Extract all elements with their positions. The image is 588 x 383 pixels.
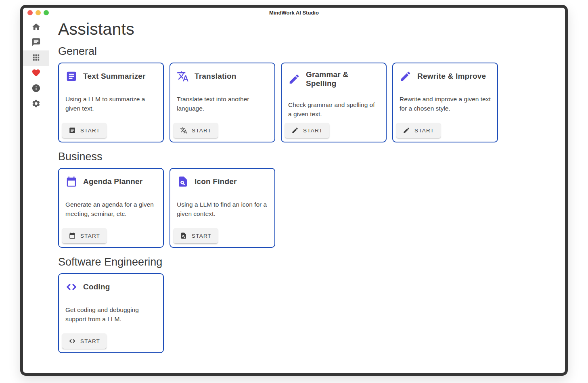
card-description: Translate text into another language. bbox=[170, 94, 274, 113]
card-actions: START bbox=[170, 119, 274, 142]
card-header: Translation bbox=[170, 63, 274, 82]
pencil-icon bbox=[288, 73, 300, 85]
card-header: Icon Finder bbox=[170, 169, 274, 188]
sidebar-item-about[interactable] bbox=[23, 81, 49, 96]
start-button[interactable]: START bbox=[62, 123, 107, 138]
start-button-label: START bbox=[80, 233, 100, 239]
card-title: Icon Finder bbox=[195, 177, 237, 186]
card-description: Check grammar and spelling of a given te… bbox=[282, 100, 386, 119]
card-actions: START bbox=[59, 330, 163, 352]
start-button[interactable]: START bbox=[174, 228, 218, 243]
home-icon bbox=[31, 22, 41, 33]
start-button[interactable]: START bbox=[62, 333, 107, 349]
gear-icon bbox=[31, 99, 41, 110]
sidebar-item-assistants[interactable] bbox=[23, 50, 49, 66]
assistant-section: Software Engineering Coding Get coding a… bbox=[58, 256, 555, 353]
card-description: Generate an agenda for a given meeting, … bbox=[59, 200, 163, 218]
card-row: Agenda Planner Generate an agenda for a … bbox=[58, 168, 555, 248]
chat-icon bbox=[31, 38, 41, 48]
card-row: Text Summarizer Using a LLM to summarize… bbox=[58, 63, 555, 142]
start-button-label: START bbox=[80, 338, 100, 344]
section-heading: Software Engineering bbox=[58, 256, 555, 268]
sidebar bbox=[23, 18, 49, 373]
assistant-card: Agenda Planner Generate an agenda for a … bbox=[58, 168, 164, 248]
titlebar: MindWork AI Studio bbox=[23, 8, 565, 18]
assistant-card: Rewrite & Improve Rewrite and improve a … bbox=[392, 63, 498, 142]
card-row: Coding Get coding and debugging support … bbox=[58, 273, 555, 353]
start-button-label: START bbox=[192, 233, 211, 239]
card-title: Agenda Planner bbox=[83, 177, 142, 186]
assistant-card: Text Summarizer Using a LLM to summarize… bbox=[58, 63, 164, 142]
sidebar-item-settings[interactable] bbox=[23, 96, 49, 112]
start-button[interactable]: START bbox=[396, 123, 441, 138]
sidebar-item-chats[interactable] bbox=[23, 35, 49, 50]
start-button[interactable]: START bbox=[62, 228, 107, 243]
card-title: Rewrite & Improve bbox=[417, 72, 486, 81]
card-description: Rewrite and improve a given text for a c… bbox=[393, 94, 497, 113]
card-header: Text Summarizer bbox=[59, 63, 163, 82]
pencil-icon bbox=[400, 70, 412, 82]
assistant-section: General Text Summarizer Using a LLM to s… bbox=[58, 45, 555, 142]
card-title: Text Summarizer bbox=[83, 72, 146, 81]
start-button-label: START bbox=[80, 128, 100, 134]
sidebar-item-home[interactable] bbox=[23, 20, 49, 35]
page-title: Assistants bbox=[58, 20, 555, 39]
card-title: Coding bbox=[83, 283, 110, 291]
code-icon bbox=[69, 337, 76, 345]
start-button-label: START bbox=[192, 128, 211, 134]
card-actions: START bbox=[59, 119, 163, 142]
section-heading: Business bbox=[58, 151, 555, 163]
card-header: Rewrite & Improve bbox=[393, 63, 497, 82]
heart-icon bbox=[31, 68, 41, 79]
card-header: Agenda Planner bbox=[59, 169, 163, 188]
start-button[interactable]: START bbox=[285, 123, 329, 138]
section-heading: General bbox=[58, 45, 555, 58]
icon-search-icon bbox=[180, 232, 187, 239]
card-actions: START bbox=[59, 225, 163, 247]
calendar-icon bbox=[69, 232, 76, 239]
window-title: MindWork AI Studio bbox=[23, 10, 565, 16]
card-description: Using a LLM to find an icon for a given … bbox=[170, 200, 274, 218]
icon-search-icon bbox=[177, 176, 189, 188]
assistant-card: Icon Finder Using a LLM to find an icon … bbox=[169, 168, 275, 248]
calendar-icon bbox=[65, 176, 77, 188]
app-window: MindWork AI Studio Assistants General Te… bbox=[20, 5, 568, 376]
start-button-label: START bbox=[414, 128, 434, 134]
card-title: Translation bbox=[195, 72, 236, 81]
translate-icon bbox=[177, 70, 189, 82]
assistant-card: Coding Get coding and debugging support … bbox=[58, 273, 164, 353]
document-icon bbox=[65, 70, 77, 82]
sidebar-item-supporters[interactable] bbox=[23, 66, 49, 81]
card-header: Grammar & Spelling bbox=[282, 63, 386, 88]
translate-icon bbox=[180, 127, 187, 134]
card-description: Using a LLM to summarize a given text. bbox=[59, 94, 163, 113]
assistant-card: Translation Translate text into another … bbox=[169, 63, 275, 142]
start-button[interactable]: START bbox=[174, 123, 218, 138]
start-button-label: START bbox=[303, 128, 323, 134]
assistant-card: Grammar & Spelling Check grammar and spe… bbox=[281, 63, 387, 142]
document-icon bbox=[69, 127, 76, 134]
card-title: Grammar & Spelling bbox=[306, 70, 379, 88]
pencil-icon bbox=[403, 127, 410, 134]
card-actions: START bbox=[393, 119, 497, 142]
code-icon bbox=[65, 281, 77, 293]
assistant-section: Business Agenda Planner Generate an agen… bbox=[58, 151, 555, 248]
info-icon bbox=[31, 84, 41, 94]
content-area: Assistants General Text Summarizer Using… bbox=[49, 18, 565, 373]
pencil-icon bbox=[291, 127, 299, 134]
card-actions: START bbox=[170, 225, 274, 247]
card-actions: START bbox=[282, 119, 386, 142]
card-header: Coding bbox=[59, 274, 163, 293]
apps-grid-icon bbox=[31, 53, 41, 64]
card-description: Get coding and debugging support from a … bbox=[59, 305, 163, 324]
